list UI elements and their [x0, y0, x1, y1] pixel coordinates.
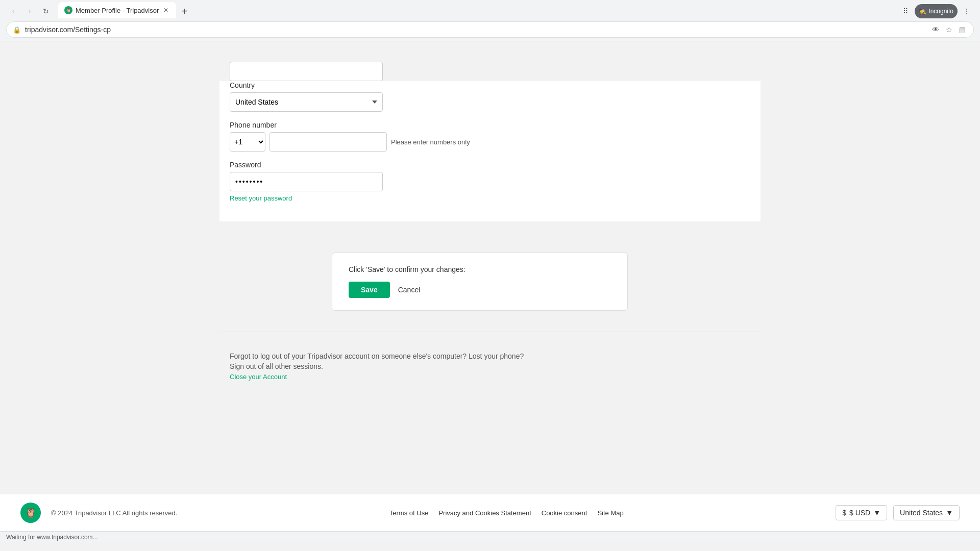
- close-account-link[interactable]: Close your Account: [230, 373, 287, 381]
- incognito-icon: 🕵: [919, 8, 926, 15]
- footer-info: © 2024 Tripadvisor LLC All rights reserv…: [51, 509, 177, 517]
- tab-close-button[interactable]: ✕: [162, 6, 170, 14]
- save-actions: Save Cancel: [349, 282, 420, 298]
- currency-label: $ USD: [849, 509, 870, 517]
- footer-links: Terms of Use Privacy and Cookies Stateme…: [389, 509, 624, 517]
- new-tab-button[interactable]: +: [177, 4, 191, 18]
- tab-title: Member Profile - Tripadvisor: [76, 7, 159, 14]
- currency-icon: $: [842, 509, 846, 517]
- back-button[interactable]: ‹: [6, 4, 20, 18]
- country-footer-selector[interactable]: United States ▼: [893, 505, 960, 520]
- eye-off-icon[interactable]: 👁: [930, 24, 941, 35]
- menu-button[interactable]: ⋮: [960, 4, 974, 18]
- phone-group: Phone number +1 Please enter numbers onl…: [230, 121, 750, 152]
- phone-hint: Please enter numbers only: [391, 138, 470, 146]
- address-bar[interactable]: 🔒 tripadvisor.com/Settings-cp 👁 ☆ ▤: [6, 21, 974, 38]
- sign-out-text-2: Sign out of all other sessions.: [230, 362, 750, 370]
- tab-favicon: 🦉: [64, 6, 72, 14]
- divider: [219, 232, 761, 232]
- forward-button[interactable]: ›: [22, 4, 37, 18]
- sign-out-section: Forgot to log out of your Tripadvisor ac…: [219, 342, 761, 391]
- address-bar-row: 🔒 tripadvisor.com/Settings-cp 👁 ☆ ▤: [0, 18, 980, 41]
- address-bar-icons: 👁 ☆ ▤: [930, 24, 967, 35]
- password-group: Password Reset your password: [230, 161, 750, 202]
- incognito-badge: 🕵 Incognito: [915, 4, 958, 18]
- password-label: Password: [230, 161, 750, 169]
- lock-icon: 🔒: [13, 26, 21, 34]
- save-confirm-text: Click 'Save' to confirm your changes:: [349, 265, 465, 273]
- reload-button[interactable]: ↻: [39, 4, 53, 18]
- footer-country-label: United States: [900, 509, 943, 517]
- page-wrapper: Country United States Phone number +1 Pl…: [0, 41, 980, 531]
- incognito-label: Incognito: [928, 8, 953, 15]
- privacy-link[interactable]: Privacy and Cookies Statement: [438, 509, 531, 517]
- tripadvisor-logo: 🦉: [20, 503, 41, 523]
- currency-selector[interactable]: $ $ USD ▼: [836, 505, 887, 520]
- cancel-link[interactable]: Cancel: [398, 286, 421, 294]
- country-label: Country: [230, 81, 750, 89]
- footer-right: $ $ USD ▼ United States ▼: [836, 505, 960, 520]
- browser-chrome: ‹ › ↻ 🦉 Member Profile - Tripadvisor ✕ +…: [0, 0, 980, 41]
- save-button[interactable]: Save: [349, 282, 390, 298]
- active-tab[interactable]: 🦉 Member Profile - Tripadvisor ✕: [58, 2, 176, 18]
- form-section: Country United States Phone number +1 Pl…: [219, 81, 761, 221]
- top-input-area: [219, 52, 761, 81]
- country-chevron-icon: ▼: [946, 509, 953, 517]
- sign-out-text-1: Forgot to log out of your Tripadvisor ac…: [230, 352, 750, 360]
- status-text: Waiting for www.tripadvisor.com...: [6, 534, 98, 541]
- reset-password-link[interactable]: Reset your password: [230, 194, 292, 202]
- currency-chevron-icon: ▼: [873, 509, 880, 517]
- sitemap-link[interactable]: Site Map: [597, 509, 623, 517]
- top-text-input[interactable]: [230, 62, 383, 81]
- tab-bar: ‹ › ↻ 🦉 Member Profile - Tripadvisor ✕ +…: [0, 0, 980, 18]
- country-group: Country United States: [230, 81, 750, 112]
- star-icon[interactable]: ☆: [944, 24, 954, 35]
- url-text: tripadvisor.com/Settings-cp: [25, 26, 926, 34]
- status-bar: Waiting for www.tripadvisor.com...: [0, 531, 980, 542]
- country-select[interactable]: United States: [230, 92, 383, 112]
- save-confirm-box: Click 'Save' to confirm your changes: Sa…: [332, 253, 628, 311]
- phone-row: +1 Please enter numbers only: [230, 132, 750, 152]
- phone-label: Phone number: [230, 121, 750, 129]
- extensions-button[interactable]: ⠿: [898, 4, 913, 18]
- cookie-link[interactable]: Cookie consent: [542, 509, 587, 517]
- phone-input[interactable]: [270, 132, 387, 152]
- phone-code-select[interactable]: +1: [230, 132, 265, 152]
- footer-copyright: © 2024 Tripadvisor LLC All rights reserv…: [51, 509, 177, 517]
- footer-left: 🦉 © 2024 Tripadvisor LLC All rights rese…: [20, 503, 177, 523]
- content-area: Country United States Phone number +1 Pl…: [219, 41, 761, 494]
- password-input[interactable]: [230, 172, 383, 191]
- footer: 🦉 © 2024 Tripadvisor LLC All rights rese…: [0, 494, 980, 531]
- terms-link[interactable]: Terms of Use: [389, 509, 429, 517]
- divider-2: [219, 331, 761, 332]
- sidebar-icon[interactable]: ▤: [957, 24, 967, 35]
